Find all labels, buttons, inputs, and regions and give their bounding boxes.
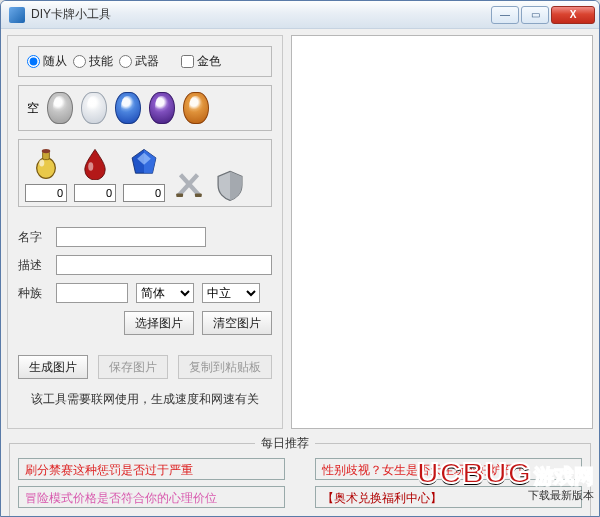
daily-link-3[interactable]: 【奥术兑换福利中心】 (315, 486, 582, 508)
golden-check[interactable]: 金色 (181, 53, 221, 70)
name-input[interactable] (56, 227, 206, 247)
upper-area: 随从 技能 武器 金色 空 (7, 35, 593, 429)
rarity-label: 空 (27, 100, 39, 117)
close-button[interactable]: X (551, 6, 595, 24)
card-type-group: 随从 技能 武器 金色 (18, 46, 272, 77)
app-window: DIY卡牌小工具 — ▭ X 随从 技能 武器 金色 空 (0, 0, 600, 517)
window-buttons: — ▭ X (491, 6, 595, 24)
type-weapon-radio[interactable] (119, 55, 132, 68)
maximize-button[interactable]: ▭ (521, 6, 549, 24)
desc-input[interactable] (56, 255, 272, 275)
gem-purple-icon[interactable] (149, 92, 175, 124)
daily-legend: 每日推荐 (255, 435, 315, 452)
atk-col (172, 168, 206, 202)
svg-point-2 (42, 149, 51, 153)
gem-empty-icon[interactable] (47, 92, 73, 124)
crossed-swords-icon (172, 168, 206, 202)
save-button[interactable]: 保存图片 (98, 355, 168, 379)
type-spell-label: 技能 (89, 53, 113, 70)
type-spell-radio[interactable] (73, 55, 86, 68)
titlebar: DIY卡牌小工具 — ▭ X (1, 1, 599, 29)
app-icon (9, 7, 25, 23)
stats-group (18, 139, 272, 207)
race-label: 种族 (18, 285, 48, 302)
flask-icon (29, 146, 63, 180)
gem-orange-icon[interactable] (183, 92, 209, 124)
name-label: 名字 (18, 229, 48, 246)
desc-row: 描述 (18, 255, 272, 275)
stat-input-0[interactable] (25, 184, 67, 202)
type-weapon-label: 武器 (135, 53, 159, 70)
generate-button[interactable]: 生成图片 (18, 355, 88, 379)
faction-select[interactable]: 中立 (202, 283, 260, 303)
daily-link-1[interactable]: 性别歧视？女生是否天生玩不好炉石！ (315, 458, 582, 480)
golden-label: 金色 (197, 53, 221, 70)
flask-col (25, 146, 67, 202)
race-input[interactable] (56, 283, 128, 303)
type-minion-radio[interactable] (27, 55, 40, 68)
choose-image-button[interactable]: 选择图片 (124, 311, 194, 335)
daily-section: 每日推荐 刷分禁赛这种惩罚是否过于严重 性别歧视？女生是否天生玩不好炉石！ 冒险… (9, 435, 591, 517)
stat-input-1[interactable] (74, 184, 116, 202)
window-title: DIY卡牌小工具 (31, 6, 491, 23)
daily-link-0[interactable]: 刷分禁赛这种惩罚是否过于严重 (18, 458, 285, 480)
daily-grid: 刷分禁赛这种惩罚是否过于严重 性别歧视？女生是否天生玩不好炉石！ 冒险模式价格是… (18, 458, 582, 508)
shield-icon (213, 168, 247, 202)
type-spell[interactable]: 技能 (73, 53, 113, 70)
type-minion-label: 随从 (43, 53, 67, 70)
type-weapon[interactable]: 武器 (119, 53, 159, 70)
footer-note: 该工具需要联网使用，生成速度和网速有关 (18, 387, 272, 408)
client-area: 随从 技能 武器 金色 空 (1, 29, 599, 516)
preview-panel (291, 35, 593, 429)
gem-white-icon[interactable] (81, 92, 107, 124)
svg-rect-10 (176, 194, 183, 197)
daily-link-2[interactable]: 冒险模式价格是否符合你的心理价位 (18, 486, 285, 508)
svg-point-3 (39, 160, 44, 167)
gem-blue-icon[interactable] (115, 92, 141, 124)
golden-checkbox[interactable] (181, 55, 194, 68)
shield-col (213, 168, 247, 202)
clear-image-button[interactable]: 清空图片 (202, 311, 272, 335)
svg-point-4 (88, 162, 93, 171)
type-minion[interactable]: 随从 (27, 53, 67, 70)
image-btn-row: 选择图片 清空图片 (18, 311, 272, 335)
lang-select[interactable]: 简体 (136, 283, 194, 303)
blood-col (74, 146, 116, 202)
desc-label: 描述 (18, 257, 48, 274)
minimize-button[interactable]: — (491, 6, 519, 24)
action-btn-row: 生成图片 保存图片 复制到粘贴板 (18, 355, 272, 379)
mana-crystal-icon (127, 146, 161, 180)
form-panel: 随从 技能 武器 金色 空 (7, 35, 283, 429)
mana-col (123, 146, 165, 202)
rarity-group: 空 (18, 85, 272, 131)
svg-rect-11 (195, 194, 202, 197)
daily-fieldset: 每日推荐 刷分禁赛这种惩罚是否过于严重 性别歧视？女生是否天生玩不好炉石！ 冒险… (9, 435, 591, 517)
svg-point-0 (37, 158, 56, 178)
stat-input-2[interactable] (123, 184, 165, 202)
copy-button[interactable]: 复制到粘贴板 (178, 355, 272, 379)
name-row: 名字 (18, 227, 272, 247)
race-row: 种族 简体 中立 (18, 283, 272, 303)
blood-drop-icon (78, 146, 112, 180)
